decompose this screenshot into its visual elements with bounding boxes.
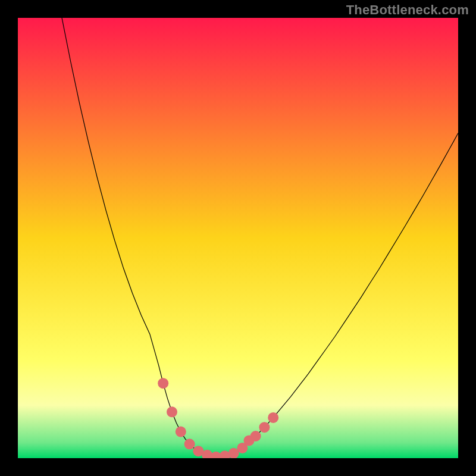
plot-area [18, 18, 458, 458]
highlight-dot [167, 406, 177, 417]
highlight-dot [158, 378, 168, 389]
highlight-dot [268, 412, 278, 423]
plot-svg [18, 18, 458, 458]
highlight-dot [176, 427, 186, 437]
chart-frame: TheBottleneck.com [0, 0, 476, 476]
gradient-background [18, 18, 458, 458]
highlight-dot [259, 422, 270, 433]
watermark-text: TheBottleneck.com [346, 2, 469, 18]
highlight-dot [250, 431, 261, 441]
highlight-dot [184, 439, 195, 449]
